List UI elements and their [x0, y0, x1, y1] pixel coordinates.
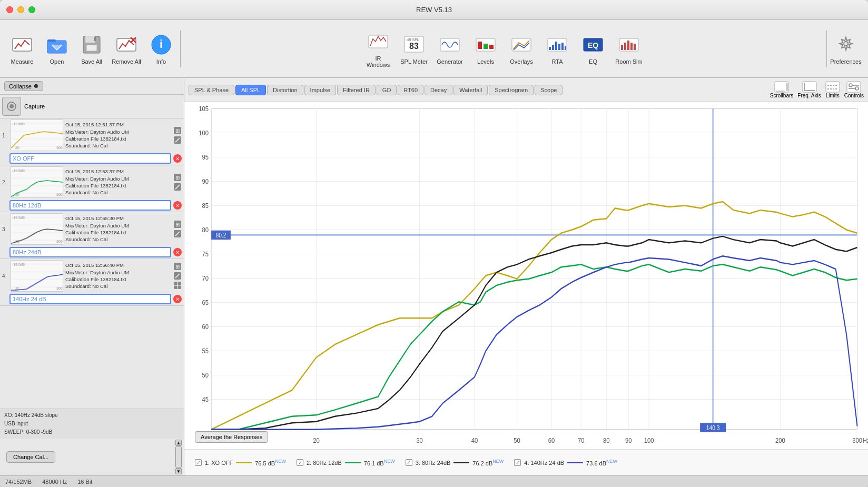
capture-button[interactable] — [2, 97, 21, 116]
chart-area: SPL & Phase All SPL Distortion Impulse F… — [184, 78, 868, 475]
meas-name-input-2[interactable] — [9, 200, 171, 211]
meas-mic-1: Mic/Meter: Dayton Audio UM — [65, 128, 171, 135]
legend-checkbox-2[interactable]: ✓ — [297, 459, 303, 466]
svg-text:90: 90 — [202, 177, 209, 185]
save-all-button[interactable]: Save All — [75, 25, 108, 73]
meas-edit-icon-1[interactable] — [173, 136, 182, 144]
limits-button[interactable]: Limits — [825, 81, 840, 98]
meas-edit-icon-2[interactable] — [173, 183, 182, 191]
svg-text:200: 200 — [775, 436, 785, 444]
svg-rect-32 — [621, 45, 623, 50]
scrollbars-button[interactable]: Scrollbars — [770, 81, 793, 98]
meas-info-3: Oct 15, 2015 12:55:30 PM Mic/Meter: Dayt… — [65, 215, 171, 243]
rta-button[interactable]: RTA — [540, 25, 574, 73]
svg-point-37 — [844, 42, 848, 46]
svg-rect-24 — [552, 45, 554, 50]
meas-cal-3: Calibration File 1382184.txt — [65, 229, 171, 236]
meas-delete-4[interactable]: ✕ — [173, 295, 182, 303]
svg-text:45: 45 — [202, 395, 209, 403]
svg-text:⊞: ⊞ — [175, 128, 180, 134]
meas-edit-icon-4[interactable] — [173, 272, 182, 280]
ir-windows-button[interactable]: IR Windows — [361, 25, 395, 73]
measurement-item-4: 4 Oct 15, 2015 12:56:40 PM Mic/Meter: Da… — [0, 259, 184, 306]
freq-axis-button[interactable]: Freq. Axis — [797, 81, 821, 98]
scroll-up-icon[interactable]: ▲ — [175, 440, 182, 446]
measure-button[interactable]: Measure — [5, 25, 39, 73]
average-responses-button[interactable]: Average the Responses — [195, 431, 268, 443]
svg-text:55: 55 — [202, 347, 209, 355]
svg-point-39 — [9, 104, 14, 108]
open-button[interactable]: Open — [40, 25, 74, 73]
legend-line-4 — [567, 462, 583, 464]
overlays-button[interactable]: Overlays — [505, 25, 538, 73]
tab-filtered-ir[interactable]: Filtered IR — [337, 85, 376, 95]
levels-button[interactable]: Levels — [469, 25, 502, 73]
meas-delete-3[interactable]: ✕ — [173, 248, 182, 256]
info-label: Info — [156, 58, 166, 65]
tab-distortion[interactable]: Distortion — [267, 85, 303, 95]
svg-rect-60 — [786, 83, 788, 91]
legend-item-1: ✓ 1: XO OFF 76.5 dBNEW — [195, 459, 286, 466]
meas-delete-1[interactable]: ✕ — [173, 154, 182, 163]
legend-checkbox-1[interactable]: ✓ — [195, 459, 202, 466]
svg-text:80: 80 — [603, 436, 610, 444]
toolbar-left-group: Measure Open — [5, 25, 178, 73]
meas-name-input-1[interactable] — [9, 153, 171, 164]
room-sim-button[interactable]: Room Sim — [612, 25, 646, 73]
status-sample-rate: 48000 Hz — [42, 479, 67, 485]
sidebar-scrollbar[interactable]: ▲ ▼ — [175, 440, 182, 474]
meas-zoom-icon-2[interactable]: ⊞ — [173, 173, 182, 182]
meas-grid-icon-4[interactable] — [173, 281, 182, 290]
meas-name-input-3[interactable] — [9, 247, 171, 257]
svg-rect-36 — [634, 44, 636, 50]
tab-spl-phase[interactable]: SPL & Phase — [189, 85, 234, 95]
svg-text:70: 70 — [202, 274, 209, 282]
overlays-icon — [510, 33, 533, 56]
change-cal-button[interactable]: Change Cal... — [6, 451, 55, 463]
legend-item-2: ✓ 2: 80Hz 12dB 76.1 dBNEW — [297, 459, 395, 466]
meas-actions-2: ⊞ — [173, 173, 182, 191]
meas-name-input-4[interactable] — [9, 294, 171, 304]
legend-new-3: NEW — [492, 459, 504, 464]
tab-waterfall[interactable]: Waterfall — [453, 85, 488, 95]
meas-actions-1: ⊞ — [173, 126, 182, 144]
meas-delete-2[interactable]: ✕ — [173, 201, 182, 210]
collapse-button[interactable]: Collapse ⊗ — [4, 81, 43, 91]
meas-zoom-icon-3[interactable]: ⊞ — [173, 220, 182, 228]
legend-label-3: 3: 80Hz 24dB — [416, 460, 451, 466]
spl-meter-button[interactable]: dB SPL 83 SPL Meter — [397, 25, 431, 73]
svg-text:40: 40 — [471, 436, 478, 444]
legend-checkbox-4[interactable]: ✓ — [514, 459, 521, 466]
limits-label: Limits — [826, 93, 840, 98]
tab-rt60[interactable]: RT60 — [398, 85, 423, 95]
eq-button[interactable]: EQ EQ — [576, 25, 610, 73]
meas-edit-icon-3[interactable] — [173, 230, 182, 238]
preferences-label: Preferences — [830, 58, 861, 65]
controls-button[interactable]: Controls — [844, 81, 864, 98]
svg-rect-61 — [776, 91, 785, 92]
generator-button[interactable]: Generator — [433, 25, 467, 73]
tab-all-spl[interactable]: All SPL — [235, 85, 266, 95]
preferences-button[interactable]: Preferences — [829, 25, 863, 73]
meas-zoom-icon-1[interactable]: ⊞ — [173, 126, 182, 135]
remove-all-button[interactable]: Remove All — [110, 25, 143, 73]
levels-icon — [474, 33, 497, 56]
maximize-button[interactable] — [28, 6, 35, 13]
tab-decay[interactable]: Decay — [425, 85, 452, 95]
tab-scope[interactable]: Scope — [535, 85, 563, 95]
svg-text:105: 105 — [199, 105, 209, 113]
legend-checkbox-3[interactable]: ✓ — [406, 459, 412, 466]
close-button[interactable] — [6, 6, 13, 13]
legend-db-2: 76.1 dBNEW — [364, 459, 395, 466]
minimize-button[interactable] — [17, 6, 24, 13]
meas-name-row-4: ✕ — [0, 293, 184, 305]
svg-rect-28 — [565, 46, 566, 50]
meas-date-3: Oct 15, 2015 12:55:30 PM — [65, 215, 171, 222]
tab-impulse[interactable]: Impulse — [304, 85, 337, 95]
info-button[interactable]: i Info — [144, 25, 178, 73]
meas-zoom-icon-4[interactable]: ⊞ — [173, 262, 182, 271]
tab-spectrogram[interactable]: Spectrogram — [489, 85, 534, 95]
tab-gd[interactable]: GD — [377, 85, 397, 95]
scroll-thumb[interactable] — [175, 446, 182, 468]
scroll-down-icon[interactable]: ▼ — [175, 468, 182, 474]
